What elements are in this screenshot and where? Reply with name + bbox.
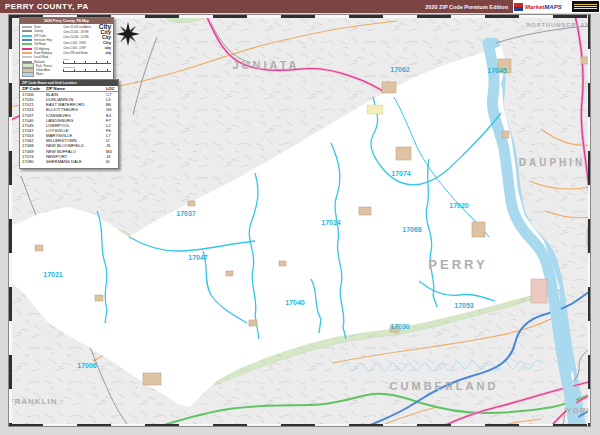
legend-city-sizes: Cities 50,000 and AboveCityCities 25,000… <box>63 25 111 56</box>
zip-table-rows: 17006BLAINC717020DUNCANNONL517021EAST WA… <box>20 92 118 164</box>
legend-item-label: Water <box>36 72 43 76</box>
city-size-label: Cities 25,000 - 49,999 <box>63 31 88 34</box>
page: { "header": { "title": "PERRY COUNTY, PA… <box>0 0 600 435</box>
city-size-label: Cities 999 and Below <box>63 52 87 55</box>
zip-table: ZIP Code Name and Grid Location ZIP Code… <box>19 79 119 169</box>
city-size-sample: city <box>106 52 112 55</box>
city-size-label: Cities 50,000 and Above <box>63 26 91 29</box>
edition-label: 2020 ZIP Code Premium Edition <box>425 4 508 10</box>
legend-swatch <box>22 39 32 41</box>
zip-code-label: 17040 <box>285 299 305 306</box>
county-label: NORTHUMBERLAND <box>527 22 592 28</box>
legend-swatch <box>22 43 32 45</box>
zip-code-label: 17090 <box>390 323 410 330</box>
county-label: DAUPHIN <box>519 157 586 168</box>
zip-code-label: 17006 <box>77 362 97 369</box>
table-cell: I6 <box>106 159 118 164</box>
zip-code-label: 17047 <box>188 254 208 261</box>
scale-bar-km: Kilometers <box>63 66 111 73</box>
zip-code-label: 17074 <box>391 170 411 177</box>
table-row: 17090SHERMANS DALEI6 <box>20 159 118 164</box>
legend-box: 2020 Perry County, PA Map StateCountyZIP… <box>19 17 114 81</box>
zip-code-label: 17053 <box>454 302 474 309</box>
legend-item: Water <box>22 72 61 76</box>
scale-bar-miles: Miles <box>63 58 111 65</box>
zip-code-label: 17024 <box>321 219 341 226</box>
county-label: FRANKLIN <box>9 397 57 406</box>
zip-code-label: 17021 <box>43 271 63 278</box>
city-size-sample: City <box>103 41 111 45</box>
county-label: CUMBERLAND <box>390 380 499 392</box>
legend-items: StateCountyZIP CodeInterstate HwyToll Ro… <box>22 25 61 77</box>
city-size-label: Cities 1,000 - 4,999 <box>63 47 86 50</box>
zip-code-label: 17062 <box>390 66 410 73</box>
legend-swatch <box>22 61 32 63</box>
map-border-ticks-left <box>9 15 12 426</box>
zip-code-label: 17045 <box>487 67 507 74</box>
legend-swatch <box>22 35 32 37</box>
city-size-row: Cities 999 and Belowcity <box>63 51 111 56</box>
retailer-badge <box>572 1 599 12</box>
map-frame: JUNIATANORTHUMBERLANDDAUPHINPERRYCUMBERL… <box>8 14 591 427</box>
county-label: PERRY <box>428 257 487 272</box>
legend-swatch <box>22 26 32 28</box>
county-label: JUNIATA <box>232 59 299 71</box>
zip-code-label: 17020 <box>449 202 469 209</box>
city-size-sample: city <box>105 47 111 51</box>
table-cell: 17090 <box>20 159 46 164</box>
map-border-ticks-bottom <box>9 424 590 427</box>
zip-code-label: 17068 <box>402 226 422 233</box>
legend-swatch <box>22 30 32 32</box>
brand-logo: MarketMAPS <box>525 4 562 10</box>
legend-swatch <box>22 52 32 54</box>
legend-swatch <box>22 56 32 58</box>
zip-code-label: 17037 <box>176 210 196 217</box>
title-bar: PERRY COUNTY, PA 2020 ZIP Code Premium E… <box>0 0 513 13</box>
brand-flag-icon <box>514 3 523 11</box>
brand-strip: MarketMAPS <box>513 0 600 13</box>
city-size-label: Cities 5,000 - 9,999 <box>63 42 86 45</box>
table-cell: SHERMANS DALE <box>46 159 106 164</box>
city-size-label: Cities 10,000 - 24,999 <box>63 36 88 39</box>
map-border-ticks-right <box>588 15 591 426</box>
map-title: PERRY COUNTY, PA <box>5 2 89 11</box>
legend-swatch <box>22 48 32 50</box>
legend-swatch <box>22 72 34 77</box>
